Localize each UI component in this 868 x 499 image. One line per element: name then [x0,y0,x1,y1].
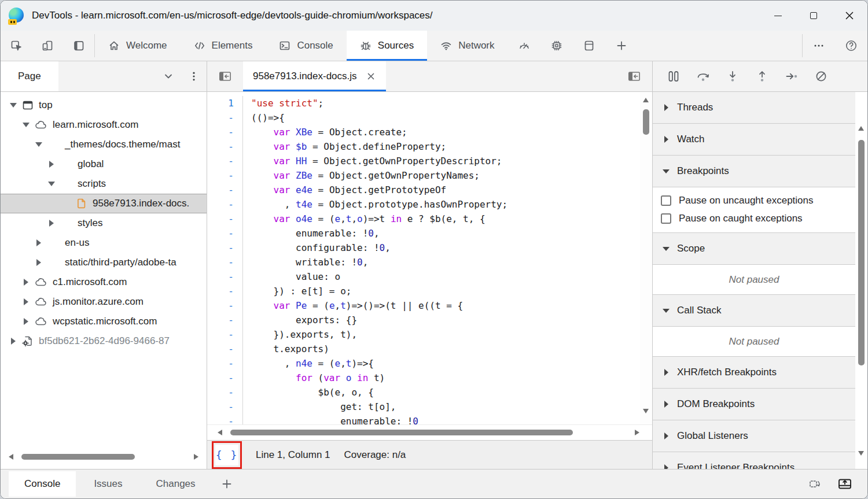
tab-sources[interactable]: Sources [347,31,427,61]
tree-item-top[interactable]: top [1,95,207,115]
line-number-gutter[interactable]: - [207,154,243,168]
line-number-gutter[interactable]: - [207,110,243,125]
line-number-gutter[interactable]: - [207,212,243,226]
minimize-button[interactable] [760,1,796,31]
editor-vertical-scrollbar[interactable] [640,92,652,424]
tree-item-wcpstatic-microsoft-com[interactable]: wcpstatic.microsoft.com [1,312,207,331]
drawer-tab-issues[interactable]: Issues [78,471,138,497]
collapse-arrow-icon[interactable] [23,123,30,127]
collapse-arrow-icon[interactable] [35,142,42,147]
pretty-print-button[interactable]: { } [215,445,238,465]
line-number-gutter[interactable]: - [207,168,243,183]
editor-horizontal-scrollbar[interactable] [207,424,652,440]
editor-file-tab[interactable]: 958e7913.index-docs.js [243,61,386,91]
more-options-button[interactable] [803,31,835,61]
tree-item-static-third-party-adobe-ta[interactable]: static/third-party/adobe-ta [1,253,207,272]
expand-panel-button[interactable] [830,471,859,497]
maximize-button[interactable] [796,1,832,31]
tree-item-en-us[interactable]: en-us [1,233,207,253]
scrollbar-thumb[interactable] [858,140,865,365]
scroll-up-icon[interactable] [643,98,649,102]
tab-console[interactable]: Console [266,31,346,61]
inspect-button[interactable] [1,31,32,61]
line-number-gutter[interactable]: - [207,197,243,212]
navigator-dropdown-button[interactable] [156,61,181,91]
expand-arrow-icon[interactable] [10,338,17,345]
drawer-tab-console[interactable]: Console [9,471,76,497]
tab-elements[interactable]: Elements [181,31,266,61]
line-number-gutter[interactable]: - [207,371,243,385]
scroll-down-icon[interactable] [643,409,649,413]
expand-arrow-icon[interactable] [48,220,55,227]
section-event-listener-breakpoints[interactable]: Event Listener Breakpoints [653,452,855,469]
scroll-down-icon[interactable] [858,451,864,456]
line-number-gutter[interactable]: - [207,269,243,284]
performance-button[interactable] [508,31,540,61]
checkbox-row-pause-on-uncaught-exceptions[interactable]: Pause on uncaught exceptions [653,191,855,209]
navigator-horizontal-scrollbar[interactable] [1,449,207,464]
scrollbar-thumb[interactable] [21,454,135,460]
line-number-gutter[interactable]: - [207,255,243,269]
section-threads[interactable]: Threads [653,92,855,124]
add-tab-button[interactable] [605,31,638,61]
line-number-gutter[interactable]: - [207,125,243,139]
memory-button[interactable] [540,31,573,61]
tree-item-styles[interactable]: styles [1,213,207,233]
device-emulation-button[interactable] [32,31,63,61]
add-drawer-tab-button[interactable] [214,471,240,497]
collapse-arrow-icon[interactable] [10,103,17,108]
line-number-gutter[interactable]: - [207,356,243,371]
expand-arrow-icon[interactable] [35,259,42,266]
expand-arrow-icon[interactable] [35,239,42,246]
step-button[interactable] [777,64,806,89]
navigator-tab-page[interactable]: Page [1,61,58,91]
tree-item-learn-microsoft-com[interactable]: learn.microsoft.com [1,115,207,135]
scroll-up-icon[interactable] [858,126,864,131]
section-breakpoints[interactable]: Breakpoints [653,156,855,187]
line-number-gutter[interactable]: 1 [207,96,243,110]
step-over-button[interactable] [688,64,718,89]
collapse-arrow-icon[interactable] [48,182,55,186]
scroll-left-icon[interactable] [9,454,13,460]
checkbox-unchecked[interactable] [661,195,671,206]
deactivate-breakpoints-button[interactable] [806,64,836,89]
line-number-gutter[interactable]: - [207,414,243,424]
help-button[interactable] [835,31,867,61]
tab-network[interactable]: Network [427,31,507,61]
debugger-vertical-scrollbar[interactable] [855,93,867,469]
section-global-listeners[interactable]: Global Listeners [653,420,855,452]
tree-item-scripts[interactable]: scripts [1,174,207,194]
line-number-gutter[interactable]: - [207,342,243,356]
checkbox-row-pause-on-caught-exceptions[interactable]: Pause on caught exceptions [653,209,855,227]
scrollbar-thumb[interactable] [643,109,649,135]
line-number-gutter[interactable]: - [207,183,243,197]
drawer-tab-changes[interactable]: Changes [141,471,211,497]
line-number-gutter[interactable]: - [207,284,243,298]
scroll-right-icon[interactable] [194,454,198,460]
hide-debugger-button[interactable] [616,61,652,91]
tree-item-958e7913-index-docs[interactable]: 958e7913.index-docs. [1,194,207,213]
navigator-menu-button[interactable] [181,61,207,91]
close-tab-icon[interactable] [366,71,376,82]
tree-item-js-monitor-azure-com[interactable]: js.monitor.azure.com [1,292,207,312]
scroll-right-icon[interactable] [635,430,639,435]
section-dom-breakpoints[interactable]: DOM Breakpoints [653,389,855,420]
scroll-left-icon[interactable] [218,430,222,435]
line-number-gutter[interactable]: - [207,327,243,342]
tree-item-bf5db621-2b62-4d96-9466-87[interactable]: bf5db621-2b62-4d96-9466-87 [1,331,207,351]
tab-welcome[interactable]: Welcome [95,31,181,61]
checkbox-unchecked[interactable] [661,213,671,224]
tree-item-c1-microsoft-com[interactable]: c1.microsoft.com [1,272,207,292]
expand-arrow-icon[interactable] [23,298,30,305]
section-call-stack[interactable]: Call Stack [653,295,855,327]
expand-arrow-icon[interactable] [23,318,30,325]
scrollbar-thumb[interactable] [230,430,573,435]
application-button[interactable] [573,31,605,61]
section-watch[interactable]: Watch [653,124,855,156]
pause-button[interactable] [659,64,688,89]
section-xhr-fetch-breakpoints[interactable]: XHR/fetch Breakpoints [653,357,855,389]
focus-mode-button[interactable] [63,31,94,61]
line-number-gutter[interactable]: - [207,400,243,414]
line-number-gutter[interactable]: - [207,226,243,241]
step-into-button[interactable] [718,64,747,89]
